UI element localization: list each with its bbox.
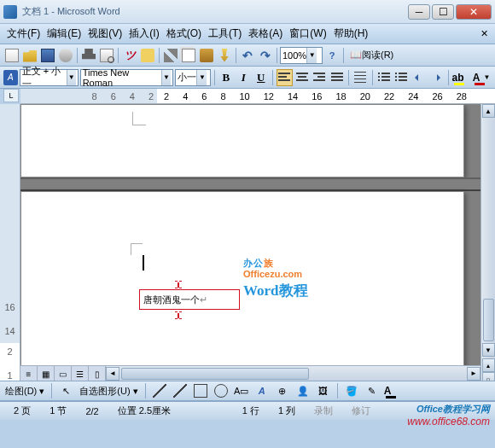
clipart-tool[interactable]: 👤 (294, 382, 312, 399)
horizontal-ruler[interactable]: L 8642 246810121416182022242628 (20, 89, 495, 104)
highlight-button[interactable]: ab (452, 69, 471, 86)
close-button[interactable]: ✕ (456, 4, 492, 20)
zoom-combo[interactable]: 100%▼ (280, 47, 323, 64)
tab-selector[interactable]: L (3, 89, 19, 102)
research-button[interactable] (139, 47, 156, 64)
paste-button[interactable] (198, 47, 215, 64)
scroll-left-button[interactable]: ◄ (106, 367, 119, 381)
menubar: 文件(F) 编辑(E) 视图(V) 插入(I) 格式(O) 工具(T) 表格(A… (0, 24, 495, 44)
style-value: 正文 + 小一 (22, 65, 67, 90)
font-color-button[interactable]: A▼ (473, 69, 492, 86)
decrease-indent-button[interactable] (411, 69, 428, 86)
document-area: 1614 21 办公族 Officezu.com Word教程 唐朝酒鬼一个↵ … (0, 104, 495, 381)
scroll-right-button[interactable]: ► (467, 367, 480, 381)
size-value: 小一 (178, 71, 196, 84)
browse-object-button[interactable]: ○ (482, 372, 495, 381)
style-combo[interactable]: 正文 + 小一▼ (20, 69, 79, 86)
watermark: 办公族 Officezu.com Word教程 (243, 247, 308, 300)
line-spacing-button[interactable] (352, 69, 369, 86)
numbered-list-button[interactable] (376, 69, 393, 86)
line-tool[interactable] (151, 382, 168, 399)
format-painter-button[interactable] (216, 47, 233, 64)
increase-indent-button[interactable] (428, 69, 445, 86)
page-2[interactable]: 办公族 Officezu.com Word教程 唐朝酒鬼一个↵ (20, 191, 464, 381)
autoshape-menu[interactable]: 自选图形(U) ▾ (78, 385, 139, 398)
size-combo[interactable]: 小一▼ (175, 69, 210, 86)
web-view-button[interactable]: ▦ (38, 366, 55, 381)
scroll-thumb[interactable] (483, 299, 494, 341)
arrow-tool[interactable] (172, 382, 189, 399)
diagram-tool[interactable]: ⊕ (274, 382, 291, 399)
open-button[interactable] (21, 47, 38, 64)
menu-window[interactable]: 窗口(W) (286, 25, 329, 43)
vertical-ruler[interactable]: 1614 21 (0, 104, 20, 381)
scroll-up-button[interactable]: ▲ (482, 104, 495, 118)
print-view-button[interactable]: ▭ (55, 366, 72, 381)
horizontal-scrollbar[interactable]: ◄ ► (106, 365, 480, 381)
menu-help[interactable]: 帮助(H) (330, 25, 372, 43)
read-view-button[interactable]: ▯ (89, 366, 106, 381)
help-button[interactable]: ? (323, 47, 341, 64)
page-1[interactable] (20, 104, 464, 177)
align-center-button[interactable] (294, 69, 311, 86)
fill-color-tool[interactable]: 🪣 (343, 382, 360, 399)
spellcheck-button[interactable]: ツ (121, 47, 138, 64)
italic-button[interactable]: I (236, 69, 252, 86)
copy-button[interactable] (180, 47, 197, 64)
preview-button[interactable] (98, 47, 115, 64)
rectangle-tool[interactable] (192, 382, 209, 399)
bullet-list-button[interactable] (393, 69, 410, 86)
underline-button[interactable]: U (253, 69, 270, 86)
doc-close-button[interactable]: ✕ (477, 28, 492, 39)
menu-table[interactable]: 表格(A) (245, 25, 286, 43)
status-col: 1 列 (271, 404, 302, 417)
picture-tool[interactable]: 🖼 (315, 382, 332, 399)
footer-text-box[interactable]: 唐朝酒鬼一个↵ (139, 289, 240, 310)
save-button[interactable] (39, 47, 56, 64)
cut-button[interactable] (162, 47, 179, 64)
select-tool[interactable]: ↖ (57, 382, 74, 399)
outline-view-button[interactable]: ☰ (72, 366, 89, 381)
page-canvas[interactable]: 办公族 Officezu.com Word教程 唐朝酒鬼一个↵ ▲ ▼ ▴ ○ … (20, 104, 495, 381)
read-button[interactable]: 📖 阅读(R) (346, 47, 397, 64)
print-button[interactable] (80, 47, 97, 64)
redo-button[interactable]: ↷ (257, 47, 274, 64)
maximize-button[interactable]: ☐ (432, 4, 454, 20)
draw-menu[interactable]: 绘图(D) ▾ (3, 385, 46, 398)
normal-view-button[interactable]: ≡ (20, 366, 38, 381)
menu-view[interactable]: 视图(V) (84, 25, 125, 43)
status-pagecount: 2/2 (79, 406, 105, 416)
oval-tool[interactable] (213, 382, 230, 399)
scroll-down-button[interactable]: ▼ (482, 343, 495, 357)
menu-file[interactable]: 文件(F) (3, 25, 44, 43)
align-right-button[interactable] (312, 69, 328, 86)
footer-top-handle[interactable] (175, 281, 182, 289)
menu-edit[interactable]: 编辑(E) (44, 25, 84, 43)
hscroll-thumb[interactable] (121, 368, 309, 380)
drawing-toolbar: 绘图(D) ▾ ↖ 自选图形(U) ▾ A▭ A ⊕ 👤 🖼 🪣 ✎ A (0, 381, 495, 401)
vertical-scrollbar[interactable]: ▲ ▼ ▴ ○ ▾ (480, 104, 495, 381)
textbox-tool[interactable]: A▭ (233, 382, 250, 399)
menu-format[interactable]: 格式(O) (163, 25, 205, 43)
menu-tools[interactable]: 工具(T) (205, 25, 245, 43)
line-color-tool[interactable]: ✎ (364, 382, 381, 399)
font-value: Times New Roman (83, 67, 161, 88)
undo-button[interactable]: ↶ (239, 47, 256, 64)
bold-button[interactable]: B (218, 69, 234, 86)
status-section: 1 节 (43, 404, 73, 417)
minimize-button[interactable]: ─ (408, 4, 430, 20)
new-button[interactable] (3, 47, 20, 64)
footer-bottom-handle[interactable] (175, 311, 182, 320)
align-left-button[interactable] (277, 69, 293, 86)
wordart-tool[interactable]: A (253, 382, 271, 399)
window-title: 文档 1 - Microsoft Word (22, 5, 408, 18)
align-justify-button[interactable] (329, 69, 346, 86)
menu-insert[interactable]: 插入(I) (125, 25, 162, 43)
styles-icon[interactable]: A (3, 70, 18, 85)
draw-font-color[interactable]: A (384, 382, 405, 399)
zoom-value: 100% (282, 50, 306, 61)
read-label: 阅读(R) (362, 49, 393, 61)
browse-prev-button[interactable]: ▴ (482, 358, 495, 372)
permission-button[interactable] (57, 47, 74, 64)
font-combo[interactable]: Times New Roman▼ (80, 69, 174, 86)
